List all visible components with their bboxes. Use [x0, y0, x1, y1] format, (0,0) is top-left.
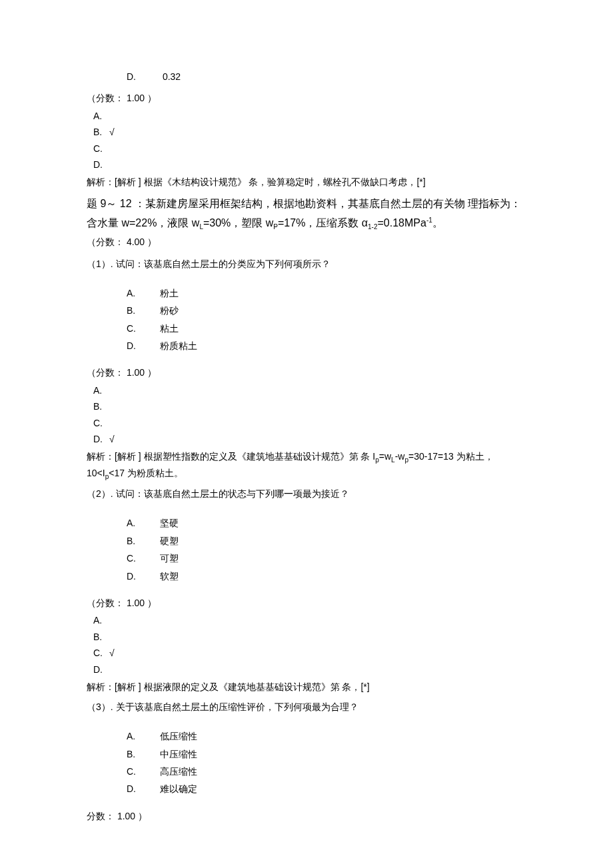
q1-option-a: A.粉土: [127, 286, 526, 300]
q2-option-a: A.坚硬: [127, 516, 526, 530]
q2-stem: （2）. 试问：该基底自然土层土的状态与下列哪一项最为接近？: [87, 486, 526, 501]
q2-ans-c: C.√: [93, 646, 526, 660]
q2-option-d: D.软塑: [127, 569, 526, 584]
q2-analysis: 解析：[解析 ] 根据液限的定义及《建筑地基基础设计规范》第 条，[*]: [87, 679, 526, 695]
q8-ans-c: C.: [93, 141, 526, 156]
option-text: 0.32: [163, 71, 181, 82]
group-score: （分数： 4.00 ）: [87, 234, 526, 249]
group-title-part2: =30%，塑限 w: [203, 217, 273, 228]
q3-option-a: A.低压缩性: [127, 729, 526, 743]
q1-ans-b: B.: [93, 399, 526, 414]
group-title: 题 9～ 12 ：某新建房屋采用框架结构，根据地勘资料，其基底自然土层的有关物 …: [87, 195, 526, 233]
option-letter: D.: [127, 69, 160, 84]
q8-ans-b: B.√: [93, 125, 526, 139]
group-title-part4: =0.18MPa: [378, 217, 426, 228]
q2-option-b: B.硬塑: [127, 534, 526, 548]
group-title-part5: 。: [432, 217, 443, 228]
correct-mark: √: [109, 648, 115, 658]
q2-option-c: C.可塑: [127, 551, 526, 566]
group-title-part3: =17%，压缩系数 α: [278, 217, 368, 228]
q1-analysis: 解析：[解析 ] 根据塑性指数的定义及《建筑地基基础设计规范》第 条 Ip=wL…: [87, 449, 526, 482]
q1-ans-c: C.: [93, 416, 526, 430]
q8-ans-d: D.: [93, 157, 526, 172]
sub-12: 1-2: [368, 223, 377, 230]
q3-option-b: B.中压缩性: [127, 747, 526, 761]
q1-score: （分数： 1.00 ）: [87, 365, 526, 380]
correct-mark: √: [109, 127, 115, 137]
q2-ans-a: A.: [93, 613, 526, 628]
group-title-prefix: 题 9～ 12 ：: [87, 198, 145, 209]
q1-ans-d: D.√: [93, 432, 526, 446]
sup-neg1: -1: [426, 217, 432, 224]
q1-ans-a: A.: [93, 383, 526, 398]
q8-score: （分数： 1.00 ）: [87, 91, 526, 105]
correct-mark: √: [109, 434, 115, 444]
q3-option-d: D.难以确定: [127, 781, 526, 796]
q1-stem: （1）. 试问：该基底自然土层土的分类应为下列何项所示？: [87, 256, 526, 271]
q8-ans-a: A.: [93, 109, 526, 123]
q8-analysis: 解析：[解析 ] 根据《木结构设计规范》 条，验算稳定时，螺栓孔不做缺口考虑，[…: [87, 175, 526, 191]
q2-ans-b: B.: [93, 630, 526, 644]
q3-option-c: C.高压缩性: [127, 764, 526, 779]
q2-score: （分数： 1.00 ）: [87, 596, 526, 610]
q1-option-d: D.粉质粘土: [127, 338, 526, 353]
q3-stem: （3）. 关于该基底自然土层土的压缩性评价，下列何项最为合理？: [87, 699, 526, 714]
q3-score: 分数： 1.00 ）: [87, 809, 526, 823]
q1-option-b: B.粉砂: [127, 303, 526, 318]
q8-option-d: D. 0.32: [127, 69, 526, 84]
sub-p: P: [273, 223, 278, 230]
q2-ans-d: D.: [93, 662, 526, 677]
document-page: D. 0.32 （分数： 1.00 ） A. B.√ C. D. 解析：[解析 …: [0, 0, 613, 866]
q1-option-c: C.粘土: [127, 321, 526, 336]
